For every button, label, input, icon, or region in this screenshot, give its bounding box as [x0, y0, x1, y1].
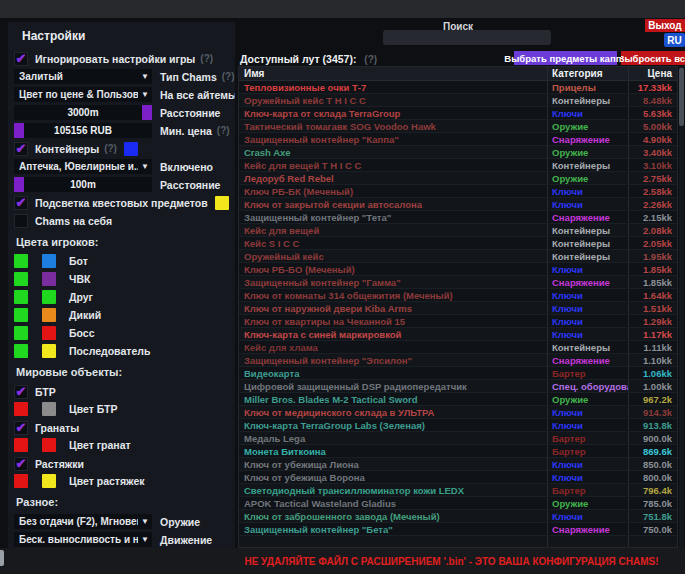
filter-distance-slider[interactable]: 100m: [14, 177, 152, 192]
item-filter-label: Включено: [160, 161, 213, 173]
help-icon[interactable]: (?): [364, 54, 377, 65]
item-price-cell: 1.51kk: [629, 303, 677, 314]
player-color-swatch-2[interactable]: [42, 254, 56, 268]
table-row[interactable]: Цифровой защищенный DSP радиопередатчикС…: [239, 380, 677, 393]
player-color-swatch-2[interactable]: [42, 344, 56, 358]
player-color-swatch-2[interactable]: [42, 272, 56, 286]
misc-dropdown[interactable]: Без отдачи (F2), Мгновенное п▼: [14, 514, 152, 529]
discard-all-button[interactable]: Выбросить все: [621, 51, 685, 65]
world-color-swatch-2[interactable]: [42, 438, 56, 452]
table-row[interactable]: Кейс для вещейКонтейнеры2.08kk: [239, 224, 677, 237]
table-row[interactable]: Медаль LegaБартер900.0k: [239, 432, 677, 445]
table-row[interactable]: Ключ РБ-БО (Меченый)Ключи1.85kk: [239, 263, 677, 276]
player-color-swatch-2[interactable]: [42, 290, 56, 304]
column-header-name[interactable]: Имя: [239, 67, 548, 80]
table-row[interactable]: Ледоруб Red RebelОружие2.75kk: [239, 172, 677, 185]
table-row[interactable]: Защищенный контейнер "Гамма"Снаряжение1.…: [239, 276, 677, 289]
quest-items-color-swatch[interactable]: [215, 196, 229, 210]
slider-handle[interactable]: [14, 177, 24, 192]
table-row[interactable]: ВидеокартаБартер1.06kk: [239, 367, 677, 380]
world-checkbox[interactable]: ✔: [14, 457, 28, 471]
language-button[interactable]: RU: [664, 33, 685, 47]
world-color-swatch-1[interactable]: [14, 402, 28, 416]
quest-items-checkbox[interactable]: ✔: [14, 196, 28, 210]
exit-button[interactable]: Выход: [645, 19, 685, 32]
table-row[interactable]: Ключ от убежища ЛионаКлючи850.0k: [239, 458, 677, 471]
table-row[interactable]: Кейс S I C CКонтейнеры2.05kk: [239, 237, 677, 250]
item-name-cell: Ключ от заброшенного завода (Меченый): [239, 510, 548, 522]
corner-handle[interactable]: [0, 550, 4, 566]
table-row[interactable]: Тактический томагавк SOG Voodoo HawkОруж…: [239, 120, 677, 133]
world-checkbox[interactable]: ✔: [14, 385, 28, 399]
table-row[interactable]: Монета БиткоинаБартер869.6k: [239, 445, 677, 458]
table-row[interactable]: Защищенный контейнер "Каппа"Снаряжение4.…: [239, 133, 677, 146]
table-row[interactable]: Ключ-карта от склада TerraGroupКлючи5.63…: [239, 107, 677, 120]
player-color-swatch-1[interactable]: [14, 308, 28, 322]
table-row[interactable]: Ключ-карта с синей маркировкойКлючи1.17k…: [239, 328, 677, 341]
world-color-swatch-1[interactable]: [14, 474, 28, 488]
min-price-slider[interactable]: 105156 RUB: [14, 123, 152, 138]
world-color-swatch-2[interactable]: [42, 402, 56, 416]
table-row[interactable]: Ключ от комнаты 314 общежития (Меченый)К…: [239, 289, 677, 302]
world-color-swatch-2[interactable]: [42, 474, 56, 488]
search-input[interactable]: [383, 30, 551, 45]
help-icon[interactable]: (?): [200, 53, 213, 64]
slider-handle[interactable]: [142, 105, 152, 120]
help-icon[interactable]: (?): [104, 143, 117, 154]
help-icon[interactable]: (?): [222, 71, 235, 82]
player-color-swatch-1[interactable]: [14, 290, 28, 304]
world-color-swatch-1[interactable]: [14, 438, 28, 452]
scrollbar-thumb[interactable]: [679, 68, 684, 126]
slider-handle[interactable]: [14, 123, 24, 138]
table-row[interactable]: Ключ от закрытой секции автосалонаКлючи2…: [239, 198, 677, 211]
table-row[interactable]: Тепловизионные очки Т-7Прицелы17.33kk: [239, 81, 677, 94]
table-row[interactable]: Кейс для вещей T H I C CКонтейнеры3.10kk: [239, 159, 677, 172]
table-row[interactable]: Оружейный кейс T H I C CКонтейнеры8.48kk: [239, 94, 677, 107]
chams-type-dropdown[interactable]: Залитый ▼: [14, 69, 152, 84]
table-row[interactable]: Ключ от убежища ВоронаКлючи800.0k: [239, 471, 677, 484]
item-name-cell: Ключ РБ-БК (Меченый): [239, 185, 548, 197]
table-scrollbar[interactable]: [679, 66, 684, 548]
table-row[interactable]: Светодиодный трансиллюминатор кожи LEDXБ…: [239, 484, 677, 497]
item-name-cell: Цифровой защищенный DSP радиопередатчик: [239, 380, 548, 392]
player-color-swatch-2[interactable]: [42, 326, 56, 340]
item-name-cell: Ключ от медицинского склада в УЛЬТРА: [239, 406, 548, 418]
player-color-swatch-1[interactable]: [14, 344, 28, 358]
table-row[interactable]: Miller Bros. Blades M-2 Tactical SwordОр…: [239, 393, 677, 406]
distance-slider[interactable]: 3000m: [14, 105, 152, 120]
table-row[interactable]: APOK Tactical Wasteland GladiusОружие785…: [239, 497, 677, 510]
table-row[interactable]: Ключ от медицинского склада в УЛЬТРАКлюч…: [239, 406, 677, 419]
player-color-swatch-1[interactable]: [14, 272, 28, 286]
table-row[interactable]: Защищенный контейнер "Бета"Снаряжение750…: [239, 523, 677, 536]
table-row[interactable]: Crash AxeОружие3.40kk: [239, 146, 677, 159]
select-kappa-items-button[interactable]: Выбрать предметы каппа: [514, 51, 617, 65]
column-header-price[interactable]: Цена: [629, 68, 677, 79]
misc-dropdown[interactable]: Беск. выносливость и нет уста▼: [14, 532, 152, 547]
chams-self-checkbox[interactable]: ✔: [14, 214, 28, 228]
item-name-cell: Видеокарта: [239, 367, 548, 379]
table-row[interactable]: Ключ РБ-БК (Меченый)Ключи2.58kk: [239, 185, 677, 198]
world-color-label: Цвет гранат: [69, 439, 131, 451]
table-row[interactable]: Ключ от квартиры на Чеканной 15Ключи1.29…: [239, 315, 677, 328]
table-row[interactable]: [239, 536, 677, 548]
min-price-value: 105156 RUB: [54, 125, 112, 136]
player-color-swatch-1[interactable]: [14, 326, 28, 340]
column-header-category[interactable]: Категория: [548, 67, 629, 80]
item-filter-dropdown[interactable]: Аптечка, Ювелирные и... ▼: [14, 159, 152, 174]
containers-checkbox[interactable]: ✔: [14, 142, 28, 156]
table-row[interactable]: Ключ-карта TerraGroup Labs (Зеленая)Ключ…: [239, 419, 677, 432]
player-color-swatch-1[interactable]: [14, 254, 28, 268]
ignore-game-settings-checkbox[interactable]: ✔: [14, 52, 28, 66]
player-color-swatch-2[interactable]: [42, 308, 56, 322]
world-checkbox[interactable]: ✔: [14, 421, 28, 435]
table-row[interactable]: Ключ от наружной двери Kiba ArmsКлючи1.5…: [239, 302, 677, 315]
table-row[interactable]: Ключ от заброшенного завода (Меченый)Клю…: [239, 510, 677, 523]
table-row[interactable]: Защищенный контейнер "Тета"Снаряжение2.1…: [239, 211, 677, 224]
item-price-cell: 785.0k: [629, 498, 677, 509]
all-items-mode-dropdown[interactable]: Цвет по цене & Пользователь ▼: [14, 87, 152, 102]
help-icon[interactable]: (?): [217, 125, 230, 136]
table-row[interactable]: Защищенный контейнер "Эпсилон"Снаряжение…: [239, 354, 677, 367]
table-row[interactable]: Оружейный кейсКонтейнеры1.95kk: [239, 250, 677, 263]
containers-color-swatch[interactable]: [124, 142, 138, 156]
table-row[interactable]: Кейс для хламаКонтейнеры1.11kk: [239, 341, 677, 354]
